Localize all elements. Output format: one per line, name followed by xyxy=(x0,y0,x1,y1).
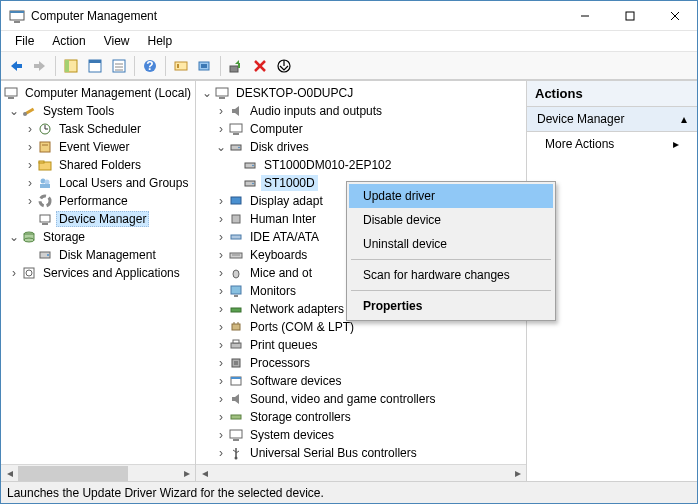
tree-storage[interactable]: ⌄Storage xyxy=(1,228,195,246)
actions-more[interactable]: More Actions ▸ xyxy=(527,132,697,156)
expand-icon[interactable]: › xyxy=(214,375,228,387)
services-icon xyxy=(21,265,37,281)
scroll-right-icon[interactable]: ▸ xyxy=(178,465,195,482)
expand-icon[interactable]: › xyxy=(214,321,228,333)
expand-icon[interactable]: › xyxy=(214,393,228,405)
menu-help[interactable]: Help xyxy=(140,32,181,50)
svg-rect-28 xyxy=(5,88,17,96)
device-software[interactable]: ›Software devices xyxy=(196,372,526,390)
collapse-icon[interactable]: ⌄ xyxy=(214,141,228,153)
titlebar[interactable]: Computer Management xyxy=(1,1,697,31)
scroll-right-icon[interactable]: ▸ xyxy=(509,465,526,482)
tree-performance[interactable]: ›Performance xyxy=(1,192,195,210)
device-processors[interactable]: ›Processors xyxy=(196,354,526,372)
expand-icon[interactable]: › xyxy=(214,339,228,351)
menu-action[interactable]: Action xyxy=(44,32,93,50)
expand-icon[interactable]: › xyxy=(214,213,228,225)
uninstall-button[interactable] xyxy=(249,55,271,77)
svg-rect-64 xyxy=(231,235,241,239)
expand-icon[interactable]: › xyxy=(23,141,37,153)
tree-task-scheduler[interactable]: ›Task Scheduler xyxy=(1,120,195,138)
mid-scrollbar[interactable]: ◂ ▸ xyxy=(196,464,526,481)
help-button[interactable]: ? xyxy=(139,55,161,77)
console-tree[interactable]: Computer Management (Local) ⌄ System Too… xyxy=(1,81,195,464)
software-icon xyxy=(228,373,244,389)
collapse-icon[interactable]: ▴ xyxy=(681,112,687,126)
expand-icon[interactable]: › xyxy=(214,357,228,369)
disable-button[interactable] xyxy=(273,55,295,77)
left-scrollbar[interactable]: ◂ ▸ xyxy=(1,464,195,481)
expand-icon[interactable]: › xyxy=(7,267,21,279)
device-usb[interactable]: ›Universal Serial Bus controllers xyxy=(196,444,526,462)
menu-update-driver[interactable]: Update driver xyxy=(349,184,553,208)
tree-disk-management[interactable]: Disk Management xyxy=(1,246,195,264)
expand-icon[interactable]: › xyxy=(214,231,228,243)
svg-rect-63 xyxy=(232,215,240,223)
tree-system-tools[interactable]: ⌄ System Tools xyxy=(1,102,195,120)
menu-uninstall-device[interactable]: Uninstall device xyxy=(349,232,553,256)
scroll-left-icon[interactable]: ◂ xyxy=(196,465,213,482)
actions-section[interactable]: Device Manager ▴ xyxy=(527,107,697,132)
tree-local-users[interactable]: ›Local Users and Groups xyxy=(1,174,195,192)
expand-icon[interactable]: › xyxy=(214,249,228,261)
collapse-icon[interactable]: ⌄ xyxy=(200,87,214,99)
device-print-queues[interactable]: ›Print queues xyxy=(196,336,526,354)
collapse-icon[interactable]: ⌄ xyxy=(7,231,21,243)
expand-icon[interactable]: › xyxy=(214,195,228,207)
device-system[interactable]: ›System devices xyxy=(196,426,526,444)
device-root[interactable]: ⌄DESKTOP-O0DUPCJ xyxy=(196,84,526,102)
menu-disable-device[interactable]: Disable device xyxy=(349,208,553,232)
tree-device-manager[interactable]: Device Manager xyxy=(1,210,195,228)
device-sound[interactable]: ›Sound, video and game controllers xyxy=(196,390,526,408)
device-disk-1[interactable]: ST1000DM010-2EP102 xyxy=(196,156,526,174)
svg-rect-8 xyxy=(34,64,40,68)
close-button[interactable] xyxy=(652,1,697,30)
expand-icon[interactable]: › xyxy=(214,123,228,135)
folder-icon xyxy=(37,157,53,173)
expand-icon[interactable]: › xyxy=(23,159,37,171)
view-devices-button[interactable] xyxy=(170,55,192,77)
device-storage-ctrl[interactable]: ›Storage controllers xyxy=(196,408,526,426)
menu-view[interactable]: View xyxy=(96,32,138,50)
storage-ctrl-icon xyxy=(228,409,244,425)
expand-icon[interactable]: › xyxy=(214,105,228,117)
expand-icon[interactable]: › xyxy=(23,177,37,189)
menu-scan-hardware[interactable]: Scan for hardware changes xyxy=(349,263,553,287)
expand-icon[interactable]: › xyxy=(214,447,228,459)
expand-icon[interactable]: › xyxy=(214,303,228,315)
device-audio[interactable]: ›Audio inputs and outputs xyxy=(196,102,526,120)
svg-rect-68 xyxy=(231,286,241,294)
scan-hardware-button[interactable] xyxy=(194,55,216,77)
device-computer[interactable]: ›Computer xyxy=(196,120,526,138)
svg-rect-79 xyxy=(231,377,241,379)
tree-root[interactable]: Computer Management (Local) xyxy=(1,84,195,102)
device-disk-drives[interactable]: ⌄Disk drives xyxy=(196,138,526,156)
tree-shared-folders[interactable]: ›Shared Folders xyxy=(1,156,195,174)
expand-icon[interactable]: › xyxy=(214,429,228,441)
svg-rect-35 xyxy=(40,142,50,152)
forward-button[interactable] xyxy=(29,55,51,77)
menu-properties[interactable]: Properties xyxy=(349,294,553,318)
console-tree-pane: Computer Management (Local) ⌄ System Too… xyxy=(1,81,196,481)
properties-button[interactable] xyxy=(84,55,106,77)
tree-event-viewer[interactable]: ›Event Viewer xyxy=(1,138,195,156)
svg-point-49 xyxy=(47,254,49,256)
update-driver-button[interactable] xyxy=(225,55,247,77)
expand-icon[interactable]: › xyxy=(23,123,37,135)
scroll-left-icon[interactable]: ◂ xyxy=(1,465,18,482)
svg-rect-2 xyxy=(14,21,20,23)
expand-icon[interactable]: › xyxy=(214,267,228,279)
minimize-button[interactable] xyxy=(562,1,607,30)
menu-file[interactable]: File xyxy=(7,32,42,50)
expand-icon[interactable]: › xyxy=(23,195,37,207)
tree-services[interactable]: ›Services and Applications xyxy=(1,264,195,282)
collapse-icon[interactable]: ⌄ xyxy=(7,105,21,117)
maximize-button[interactable] xyxy=(607,1,652,30)
show-hide-tree-button[interactable] xyxy=(60,55,82,77)
back-button[interactable] xyxy=(5,55,27,77)
expand-icon[interactable]: › xyxy=(214,411,228,423)
export-list-button[interactable] xyxy=(108,55,130,77)
svg-rect-80 xyxy=(231,415,241,419)
expand-icon[interactable]: › xyxy=(214,285,228,297)
scroll-thumb[interactable] xyxy=(18,466,128,481)
